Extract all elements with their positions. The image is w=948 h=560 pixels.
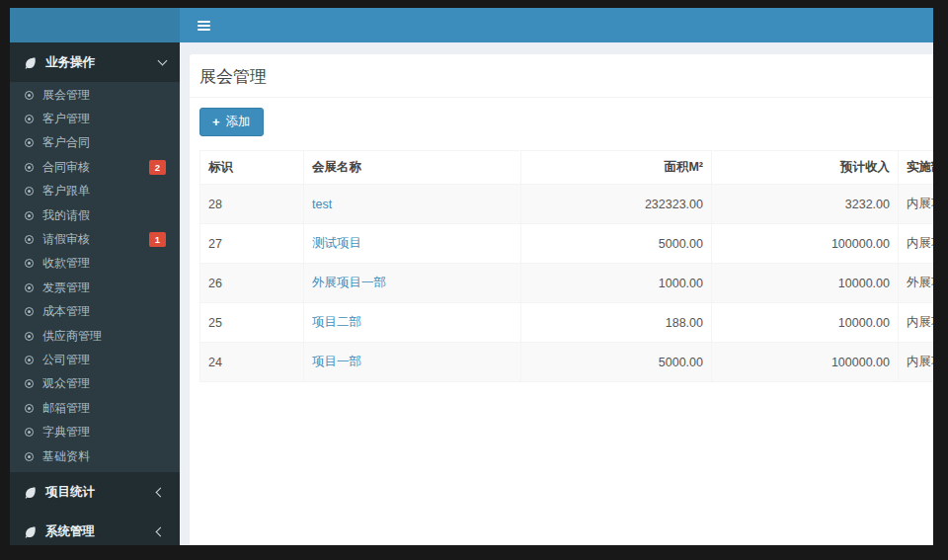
sidebar-item[interactable]: 客户合同: [10, 131, 180, 155]
cell-income: 100000.00: [712, 343, 899, 382]
column-header: 标识: [200, 151, 304, 185]
exhibition-link[interactable]: 项目一部: [312, 355, 361, 368]
sidebar-item[interactable]: 合同审核2: [10, 155, 180, 179]
sidebar-item-label: 基础资料: [42, 448, 90, 465]
sidebar-item-label: 成本管理: [42, 303, 90, 320]
table-row: 28test232323.003232.00内展项目: [200, 185, 934, 224]
sidebar-item-label: 发票管理: [42, 280, 90, 296]
table-row: 24项目一部5000.00100000.00内展项目: [200, 343, 934, 382]
sidebar-section-label: 项目统计: [45, 484, 95, 501]
cell-exhibition-name: 项目二部: [304, 303, 521, 343]
cell-exhibition-name: 项目一部: [304, 343, 521, 382]
cell-income: 100000.00: [712, 224, 899, 264]
column-header: 预计收入: [712, 151, 899, 185]
sidebar-item[interactable]: 发票管理: [10, 276, 180, 299]
sidebar-section-label: 系统管理: [45, 523, 95, 540]
bullseye-icon: [25, 91, 34, 100]
logo-area[interactable]: [10, 8, 180, 42]
sidebar-item-label: 字典管理: [42, 424, 90, 440]
sidebar-item[interactable]: 收款管理: [10, 252, 180, 276]
table-row: 26外展项目一部1000.0010000.00外展项目: [200, 264, 934, 303]
sidebar-item[interactable]: 基础资料: [10, 444, 180, 468]
sidebar-item-label: 请假审核: [42, 231, 90, 248]
hamburger-menu-icon[interactable]: [194, 17, 214, 35]
add-button[interactable]: + 添加: [199, 108, 264, 136]
app-window: 业务操作展会管理客户管理客户合同合同审核2客户跟单我的请假请假审核1收款管理发票…: [10, 8, 933, 545]
sidebar-item[interactable]: 成本管理: [10, 300, 180, 324]
sidebar-item[interactable]: 我的请假: [10, 203, 180, 227]
sidebar-item[interactable]: 供应商管理: [10, 324, 180, 348]
bullseye-icon: [25, 211, 34, 220]
cell-id: 27: [200, 224, 304, 264]
leaf-icon: [24, 525, 37, 538]
bullseye-icon: [25, 428, 34, 437]
cell-id: 24: [200, 343, 304, 382]
navbar-main: [180, 8, 933, 42]
cell-income: 10000.00: [712, 303, 899, 343]
cell-department: 内展项目: [899, 303, 934, 343]
chevron-left-icon: [156, 526, 166, 536]
chevron-down-icon: [158, 56, 168, 66]
sidebar-section-label: 业务操作: [45, 54, 95, 71]
bullseye-icon: [25, 332, 34, 341]
sidebar-item-label: 观众管理: [42, 375, 90, 392]
exhibition-link[interactable]: 项目二部: [312, 315, 361, 329]
sidebar-section-header[interactable]: 业务操作: [10, 42, 180, 82]
sidebar-item[interactable]: 请假审核1: [10, 227, 180, 251]
notification-badge: 2: [149, 160, 166, 174]
sidebar-item[interactable]: 公司管理: [10, 348, 180, 371]
column-header: 面积M²: [521, 151, 712, 185]
card-header: 展会管理: [190, 54, 933, 98]
sidebar-item-label: 邮箱管理: [42, 400, 90, 417]
bullseye-icon: [25, 404, 34, 413]
sidebar-item[interactable]: 展会管理: [10, 83, 180, 107]
exhibition-link[interactable]: 外展项目一部: [312, 276, 386, 289]
table-row: 27测试项目5000.00100000.00内展项目: [200, 224, 934, 264]
sidebar-item-label: 客户合同: [42, 134, 90, 151]
bullseye-icon: [25, 379, 34, 388]
bullseye-icon: [25, 259, 34, 268]
exhibition-link[interactable]: 测试项目: [312, 236, 361, 250]
bullseye-icon: [25, 115, 34, 123]
cell-income: 3232.00: [712, 185, 899, 224]
sidebar-item[interactable]: 邮箱管理: [10, 396, 180, 420]
sidebar-item[interactable]: 客户跟单: [10, 180, 180, 203]
sidebar-item-label: 公司管理: [42, 352, 90, 368]
sidebar-item-label: 客户跟单: [42, 183, 90, 200]
sidebar-item-label: 客户管理: [42, 111, 90, 127]
cell-income: 10000.00: [712, 264, 899, 303]
bullseye-icon: [25, 356, 34, 364]
sidebar-section-header[interactable]: 系统管理: [10, 512, 180, 545]
sidebar-item[interactable]: 观众管理: [10, 372, 180, 396]
bullseye-icon: [25, 163, 34, 172]
page-title: 展会管理: [199, 65, 923, 88]
table-row: 25项目二部188.0010000.00内展项目: [200, 303, 934, 343]
add-button-label: 添加: [226, 114, 251, 130]
bullseye-icon: [25, 187, 34, 196]
cell-area: 5000.00: [521, 343, 712, 382]
body-row: 业务操作展会管理客户管理客户合同合同审核2客户跟单我的请假请假审核1收款管理发票…: [10, 42, 933, 545]
sidebar-item[interactable]: 客户管理: [10, 107, 180, 130]
sidebar-item-label: 收款管理: [42, 255, 90, 272]
sidebar-section-header[interactable]: 项目统计: [10, 472, 180, 512]
cell-department: 内展项目: [899, 224, 934, 264]
top-navbar: [10, 8, 933, 42]
cell-department: 内展项目: [899, 343, 934, 382]
notification-badge: 1: [149, 232, 166, 246]
cell-exhibition-name: 测试项目: [304, 224, 521, 264]
cell-area: 5000.00: [521, 224, 712, 264]
bullseye-icon: [25, 307, 34, 316]
sidebar-item[interactable]: 字典管理: [10, 420, 180, 443]
sidebar-nav: 业务操作展会管理客户管理客户合同合同审核2客户跟单我的请假请假审核1收款管理发票…: [10, 42, 180, 545]
chevron-left-icon: [156, 487, 166, 497]
leaf-icon: [24, 486, 37, 499]
cell-department: 内展项目: [899, 185, 934, 224]
card-body: + 添加 标识会展名称面积M²预计收入实施部门 28test232323.003…: [190, 98, 933, 392]
sidebar-item-label: 我的请假: [42, 207, 90, 224]
cell-department: 外展项目: [899, 264, 934, 303]
cell-id: 26: [200, 264, 304, 303]
content-area: 展会管理 + 添加 标识会展名称面积M²预计收入实施部门 28test23232…: [180, 42, 933, 545]
exhibition-management-card: 展会管理 + 添加 标识会展名称面积M²预计收入实施部门 28test23232…: [190, 54, 933, 545]
exhibition-link[interactable]: test: [312, 198, 332, 211]
column-header: 实施部门: [899, 151, 934, 185]
